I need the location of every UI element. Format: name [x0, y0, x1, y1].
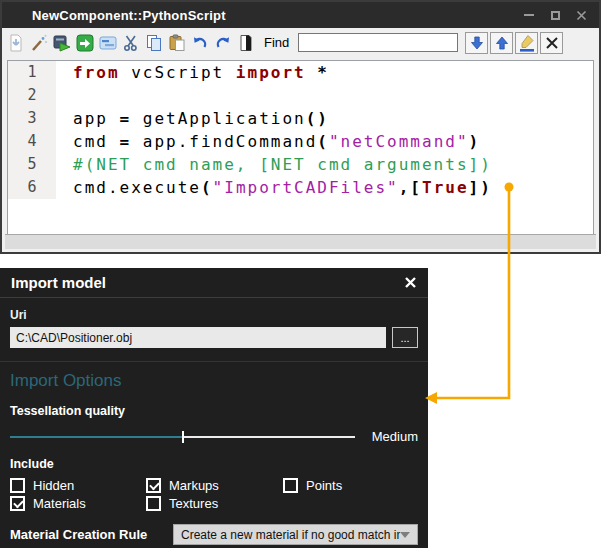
dropdown-selected-value: Create a new material if no good match i…: [181, 528, 400, 542]
undo-icon[interactable]: [190, 33, 210, 53]
find-prev-button[interactable]: [490, 32, 513, 54]
material-creation-rule-label: Material Creation Rule: [10, 527, 147, 542]
code-text: app = getApplication(): [56, 109, 329, 128]
slider-track-filled: [10, 436, 183, 438]
line-number: 6: [8, 176, 56, 199]
import-model-dialog: Import model Uri ... Import Options Tess…: [0, 268, 428, 548]
checkbox-checked-icon[interactable]: [10, 496, 25, 511]
maximize-icon[interactable]: [549, 9, 561, 21]
window-controls: [523, 9, 599, 21]
find-buttons: [465, 32, 563, 54]
dialog-title: Import model: [11, 274, 106, 291]
checkbox-materials[interactable]: Materials: [10, 496, 146, 511]
line-number: 3: [8, 107, 56, 130]
copy-icon[interactable]: [144, 33, 164, 53]
checkbox-label: Markups: [169, 478, 219, 493]
uri-label: Uri: [10, 308, 418, 322]
checkbox-checked-icon[interactable]: [146, 478, 161, 493]
minimize-icon[interactable]: [523, 9, 535, 21]
checkbox-textures[interactable]: Textures: [146, 496, 283, 511]
redo-icon[interactable]: [213, 33, 233, 53]
tessellation-quality-label: Tessellation quality: [10, 404, 418, 418]
dropdown-arrow-icon: [400, 532, 410, 538]
select-page-icon[interactable]: [236, 33, 256, 53]
material-creation-rule-select[interactable]: Create a new material if no good match i…: [173, 524, 418, 545]
section-divider: [0, 361, 428, 362]
apply-script-icon[interactable]: [75, 33, 95, 53]
titlebar[interactable]: NewComponent::PythonScript: [2, 2, 599, 28]
cut-icon[interactable]: [121, 33, 141, 53]
include-label: Include: [10, 457, 418, 471]
dialog-close-icon[interactable]: [404, 276, 417, 289]
status-strip: [5, 234, 596, 249]
code-text: from vcScript import *: [56, 63, 329, 82]
screenshot-canvas: NewComponent::PythonScript Find 1from vc…: [0, 0, 601, 548]
code-text: cmd.execute("ImportCADFiles",[True]): [56, 178, 492, 197]
line-number: 2: [8, 84, 56, 107]
debug-wand-icon[interactable]: [29, 33, 49, 53]
code-line: 1from vcScript import *: [8, 61, 593, 84]
find-label: Find: [264, 35, 289, 50]
clear-find-button[interactable]: [540, 32, 563, 54]
highlight-all-button[interactable]: [515, 32, 538, 54]
code-line: 3app = getApplication(): [8, 107, 593, 130]
code-line: 4cmd = app.findCommand("netCommand"): [8, 130, 593, 153]
run-script-icon[interactable]: [52, 33, 72, 53]
checkbox-hidden[interactable]: Hidden: [10, 478, 146, 493]
paste-icon[interactable]: [167, 33, 187, 53]
dialog-header: Import model: [0, 268, 428, 298]
line-number: 1: [8, 61, 56, 84]
uri-input[interactable]: [10, 327, 386, 348]
find-input[interactable]: [298, 33, 458, 52]
checkbox-unchecked-icon[interactable]: [146, 496, 161, 511]
find-next-button[interactable]: [465, 32, 488, 54]
code-text: #(NET cmd name, [NET cmd arguments]): [56, 155, 492, 174]
toolbar: Find: [2, 28, 599, 57]
slider-thumb[interactable]: [182, 431, 184, 443]
checkbox-points[interactable]: Points: [283, 478, 418, 493]
toolbar-icons: [6, 33, 256, 53]
dialog-body: Uri ... Import Options Tessellation qual…: [0, 308, 428, 545]
checkbox-label: Hidden: [33, 478, 74, 493]
code-text: cmd = app.findCommand("netCommand"): [56, 132, 480, 151]
code-line: 5#(NET cmd name, [NET cmd arguments]): [8, 153, 593, 176]
import-script-icon[interactable]: [6, 33, 26, 53]
checkbox-markups[interactable]: Markups: [146, 478, 283, 493]
console-icon[interactable]: [98, 33, 118, 53]
checkbox-unchecked-icon[interactable]: [283, 478, 298, 493]
python-editor-window: NewComponent::PythonScript Find 1from vc…: [0, 0, 601, 254]
close-window-icon[interactable]: [575, 9, 587, 21]
checkbox-label: Textures: [169, 496, 218, 511]
tessellation-quality-slider[interactable]: [10, 430, 355, 444]
code-line: 2: [8, 84, 593, 107]
line-number: 5: [8, 153, 56, 176]
checkbox-unchecked-icon[interactable]: [10, 478, 25, 493]
checkbox-label: Materials: [33, 496, 86, 511]
slider-track-rest: [183, 436, 356, 438]
import-options-heading: Import Options: [10, 371, 418, 391]
browse-button[interactable]: ...: [392, 327, 418, 348]
include-options: HiddenMarkupsPointsMaterialsTextures: [10, 478, 418, 511]
checkbox-label: Points: [306, 478, 342, 493]
tessellation-quality-value: Medium: [372, 429, 418, 444]
code-line: 6cmd.execute("ImportCADFiles",[True]): [8, 176, 593, 199]
code-editor[interactable]: 1from vcScript import *23app = getApplic…: [7, 60, 594, 235]
window-title: NewComponent::PythonScript: [32, 8, 226, 23]
line-number: 4: [8, 130, 56, 153]
